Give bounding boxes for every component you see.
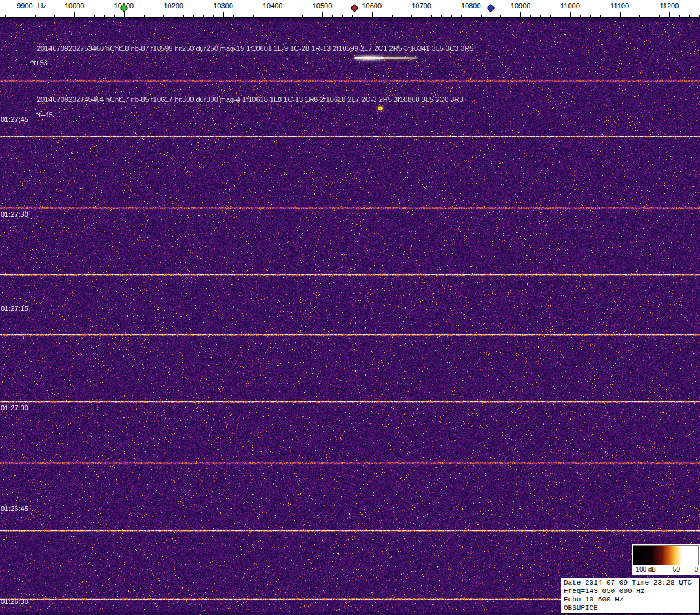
freq-tick [183,15,184,17]
freq-tick [422,12,422,17]
freq-tick [699,15,700,17]
spectrogram-app: Hz 9900100001010010200103001040010500106… [0,0,700,615]
freq-tick [570,12,571,17]
freq-tick [213,15,214,17]
freq-tick [154,15,154,17]
freq-tick [669,12,670,17]
freq-tick [243,15,243,17]
colorbar-gradient [633,545,699,565]
freq-tick-label: 10200 [163,2,183,10]
freq-tick [590,15,591,17]
freq-tick [530,15,531,17]
freq-tick [481,15,482,17]
freq-tick [650,15,650,17]
freq-tick [561,15,561,17]
colorbar-labels: -100 dB -50 0 [633,565,699,573]
freq-tick [54,15,55,17]
marker-diamond-blue[interactable] [487,4,495,12]
freq-tick [124,12,125,17]
freq-tick-label: 10600 [362,2,382,10]
freq-tick [114,15,115,17]
freq-tick [332,15,333,17]
freq-tick [273,12,273,17]
freq-tick-label: 10500 [313,2,333,10]
freq-tick [45,15,45,17]
freq-tick-label: 9900 [17,2,32,10]
freq-tick [144,15,145,17]
freq-tick [174,12,174,17]
info-freq-line: Freq=143 050 000 Hz [564,587,697,596]
freq-tick [520,12,521,17]
legend-max-label: 0 [694,566,698,573]
freq-tick-label: 10300 [213,2,233,10]
freq-tick [94,15,95,17]
legend-min-label: -100 dB [633,566,656,573]
freq-tick [630,15,630,17]
freq-tick-label: 10800 [461,2,481,10]
freq-tick [15,15,15,17]
freq-tick [193,15,194,17]
freq-tick [372,12,373,17]
freq-tick-label: 10000 [65,2,85,10]
legend-mid-label: -50 [671,566,680,573]
freq-tick [491,15,491,17]
freq-tick-label: 10400 [263,2,283,10]
freq-tick [85,15,85,17]
freq-tick [134,15,134,17]
freq-tick [322,12,323,17]
freq-tick [580,15,581,17]
info-box: Date=2014-07-09 Time=23:28 UTC Freq=143 … [561,578,700,614]
freq-tick [65,15,65,17]
info-station-line: OBSUPICE [564,604,697,612]
freq-tick [550,15,551,17]
spectrogram-canvas [0,18,700,615]
freq-tick [500,15,501,17]
freq-tick [461,15,462,17]
freq-tick [451,15,452,17]
freq-tick [471,12,471,17]
freq-tick [441,15,442,17]
freq-tick [283,15,283,17]
freq-tick [74,12,75,17]
freq-tick [104,15,105,17]
marker-diamond-red[interactable] [351,4,359,12]
info-echo-line: Echo=10 600 Hz [564,596,697,604]
colorbar-legend: -100 dB -50 0 [632,544,700,575]
freq-tick [293,15,293,17]
freq-tick [689,15,690,17]
frequency-ruler: Hz 9900100001010010200103001040010500106… [0,0,700,18]
freq-tick [659,15,660,17]
freq-tick [233,15,234,17]
freq-tick [411,15,412,17]
freq-tick-label: 10900 [511,2,531,10]
freq-tick [540,15,541,17]
freq-tick [342,15,343,17]
freq-tick-label: 10700 [411,2,431,10]
freq-tick [620,12,621,17]
freq-tick [25,12,25,17]
freq-tick [203,15,204,17]
freq-tick [600,15,601,17]
freq-tick-label: 11100 [610,2,629,10]
freq-tick [163,15,164,17]
freq-tick-label: 11200 [660,2,679,10]
freq-tick [253,15,254,17]
freq-tick [639,15,640,17]
freq-tick [263,15,263,17]
freq-tick [610,15,610,17]
freq-tick [431,15,432,17]
freq-tick [679,15,680,17]
freq-tick [402,15,402,17]
freq-tick-label: 11000 [561,2,580,10]
freq-tick [302,15,303,17]
freq-tick [223,12,224,17]
freq-tick [382,15,382,17]
freq-tick [35,15,36,17]
freq-tick [5,15,6,17]
info-date-line: Date=2014-07-09 Time=23:28 UTC [564,579,697,587]
frequency-unit-label: Hz [37,2,46,10]
freq-tick [352,15,353,17]
freq-tick [362,15,362,17]
freq-tick [511,15,511,17]
freq-tick [392,15,393,17]
